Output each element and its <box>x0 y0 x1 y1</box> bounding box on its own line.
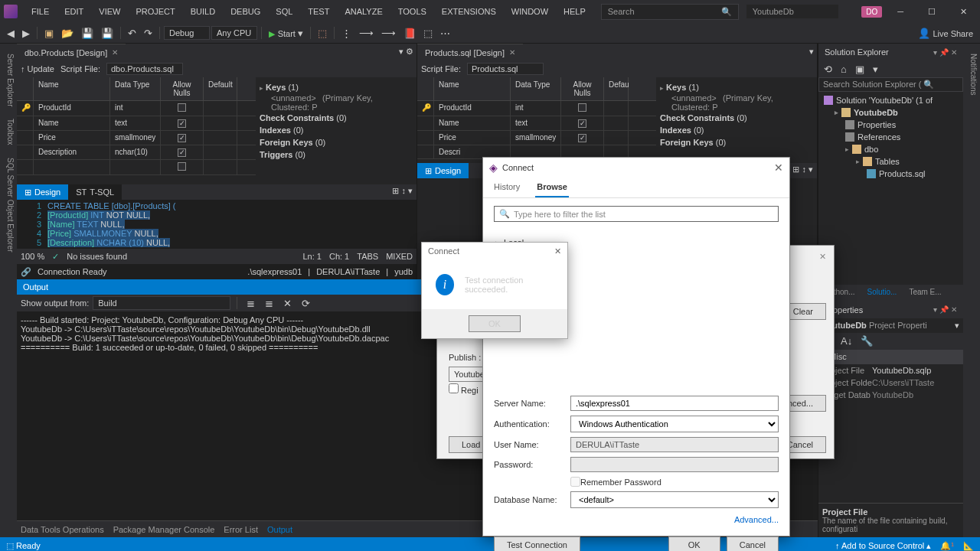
browse-tab[interactable]: Browse <box>535 178 569 197</box>
menu-debug[interactable]: DEBUG <box>223 3 268 20</box>
alpha-icon[interactable]: A↓ <box>838 333 855 349</box>
menu-window[interactable]: WINDOW <box>504 3 556 20</box>
check-constraints-header[interactable]: Check Constraints (0) <box>260 112 413 124</box>
sql-object-explorer-tab[interactable]: SQL Server Object Explorer <box>0 152 17 259</box>
ok-button[interactable]: OK <box>668 536 720 551</box>
table-designer-grid[interactable]: Name Data Type Allow Nulls Default 🔑Prod… <box>17 77 256 184</box>
document-tab-left[interactable]: dbo.Products [Design]✕ <box>17 44 126 60</box>
btab-pmc[interactable]: Package Manager Console <box>113 525 215 534</box>
sql-editor[interactable]: 12345 CREATE TABLE [dbo].[Products] ( [P… <box>17 200 416 249</box>
triggers-header[interactable]: Triggers (0) <box>260 148 413 161</box>
script-file-dropdown[interactable]: dbo.Products.sql <box>106 63 183 75</box>
table-designer-grid-right[interactable]: Name Data Type Allow Nulls Defau 🔑Produc… <box>417 77 656 163</box>
close-icon[interactable]: ✕ <box>509 48 515 57</box>
tb-icon[interactable]: ⋮ <box>338 25 354 41</box>
output-icon[interactable]: ≣ <box>243 295 258 311</box>
document-tab-right[interactable]: Products.sql [Design]✕ <box>417 44 523 60</box>
close-icon[interactable]: ✕ <box>554 246 561 256</box>
menu-sql[interactable]: SQL <box>268 3 300 20</box>
nav-fwd-icon[interactable]: ▶ <box>19 25 33 41</box>
platform-dropdown[interactable]: Any CPU <box>211 26 257 40</box>
minimize-button[interactable]: ─ <box>888 3 913 20</box>
output-source-dropdown[interactable]: Build <box>93 296 230 310</box>
prop-row[interactable]: Project FoldeC:\Users\iTTaste <box>818 377 963 389</box>
open-icon[interactable]: 📂 <box>58 25 77 41</box>
menu-edit[interactable]: EDIT <box>57 3 91 20</box>
menu-extensions[interactable]: EXTENSIONS <box>434 3 504 20</box>
menu-test[interactable]: TEST <box>300 3 337 20</box>
menu-view[interactable]: VIEW <box>91 3 128 20</box>
script-file-dropdown[interactable]: Products.sql <box>467 63 544 75</box>
pin-icon[interactable]: 📌 <box>939 305 949 314</box>
tsql-tab[interactable]: ST T-SQL <box>68 184 122 200</box>
advanced-link[interactable]: Advanced... <box>734 515 779 524</box>
tb-icon[interactable]: ⟶ <box>378 25 399 41</box>
authentication-dropdown[interactable]: Windows Authentication <box>570 416 779 432</box>
dropdown-icon[interactable]: ▾ <box>933 48 937 57</box>
menu-tools[interactable]: TOOLS <box>390 3 434 20</box>
notifications-tab[interactable]: Notifications <box>963 47 980 101</box>
prop-row[interactable]: Project FileYoutubeDb.sqlp <box>818 364 963 377</box>
btab-output[interactable]: Output <box>267 525 292 534</box>
source-control-button[interactable]: ↑ Add to Source Control ▴ <box>835 541 931 551</box>
tables-folder-node[interactable]: ▸Tables <box>821 155 961 168</box>
se-icon[interactable]: ⟲ <box>821 61 835 77</box>
btab-data-tools[interactable]: Data Tools Operations <box>21 525 104 534</box>
close-icon[interactable]: ✕ <box>951 305 957 314</box>
menu-file[interactable]: FILE <box>24 3 57 20</box>
undo-icon[interactable]: ↶ <box>125 25 139 41</box>
foreign-keys-header[interactable]: Foreign Keys (0) <box>260 136 413 148</box>
search-input[interactable]: Search🔍 <box>601 4 739 20</box>
nav-back-icon[interactable]: ◀ <box>4 25 18 41</box>
keys-header[interactable]: ▸ Keys (1) <box>260 81 413 93</box>
ok-button[interactable]: OK <box>469 315 521 332</box>
config-dropdown[interactable]: Debug <box>164 26 210 40</box>
history-tab[interactable]: History <box>492 178 521 197</box>
cancel-button[interactable]: Cancel <box>727 536 779 551</box>
output-icon[interactable]: ✕ <box>280 295 295 311</box>
user-badge[interactable]: DO <box>861 6 882 18</box>
save-all-icon[interactable]: 💾 <box>98 25 116 41</box>
tb-icon[interactable]: ⋯ <box>437 25 453 41</box>
database-name-dropdown[interactable]: <default> <box>570 491 779 508</box>
status-icon[interactable]: 📐 <box>963 541 974 551</box>
dbo-folder-node[interactable]: ▸dbo <box>821 143 961 155</box>
prop-row[interactable]: Target DatabYoutubeDb <box>818 389 963 401</box>
live-share-button[interactable]: 👤 Live Share <box>915 25 976 41</box>
close-button[interactable]: ✕ <box>951 3 976 21</box>
se-tab-solution[interactable]: Solutio... <box>861 285 903 302</box>
notification-icon[interactable]: 🔔¹ <box>940 541 954 551</box>
server-name-input[interactable] <box>570 396 779 411</box>
pane-icons[interactable]: ⊞ ↕ ▾ <box>789 163 817 178</box>
properties-node[interactable]: Properties <box>821 119 961 131</box>
start-button[interactable]: ▶ Start ▾ <box>266 25 306 41</box>
sql-file-node[interactable]: Products.sql <box>821 168 961 180</box>
btab-error-list[interactable]: Error List <box>224 525 258 534</box>
tab-overflow-icon[interactable]: ▾ <box>806 44 817 60</box>
new-project-icon[interactable]: ▣ <box>41 25 57 41</box>
key-item[interactable]: <unnamed> (Primary Key, Clustered: P <box>260 93 413 112</box>
tb-icon[interactable]: ⬚ <box>315 25 330 41</box>
references-node[interactable]: References <box>821 131 961 143</box>
register-checkbox[interactable] <box>449 383 459 393</box>
menu-analyze[interactable]: ANALYZE <box>337 3 390 20</box>
project-node[interactable]: ▸YoutubeDb <box>821 106 961 119</box>
tb-icon[interactable]: 📕 <box>400 25 419 41</box>
design-tab[interactable]: ⊞ Design <box>17 184 68 200</box>
pin-icon[interactable]: 📌 <box>939 48 949 57</box>
indexes-header[interactable]: Indexes (0) <box>260 124 413 136</box>
tb-icon[interactable]: ⟶ <box>356 25 377 41</box>
close-icon[interactable]: ✕ <box>774 161 783 174</box>
close-icon[interactable]: ✕ <box>819 252 826 261</box>
close-icon[interactable]: ✕ <box>951 48 957 57</box>
output-icon[interactable]: ⟳ <box>299 295 313 311</box>
update-button[interactable]: ↑ Update <box>21 64 54 73</box>
maximize-button[interactable]: ☐ <box>919 3 945 21</box>
se-tab-team[interactable]: Team E... <box>903 285 947 302</box>
design-tab[interactable]: ⊞ Design <box>417 163 469 178</box>
output-icon[interactable]: ≣ <box>262 295 276 311</box>
se-home-icon[interactable]: ⌂ <box>838 61 850 77</box>
prop-icon[interactable]: 🔧 <box>858 333 876 349</box>
tb-icon[interactable]: ⬚ <box>420 25 436 41</box>
redo-icon[interactable]: ↷ <box>141 25 155 41</box>
